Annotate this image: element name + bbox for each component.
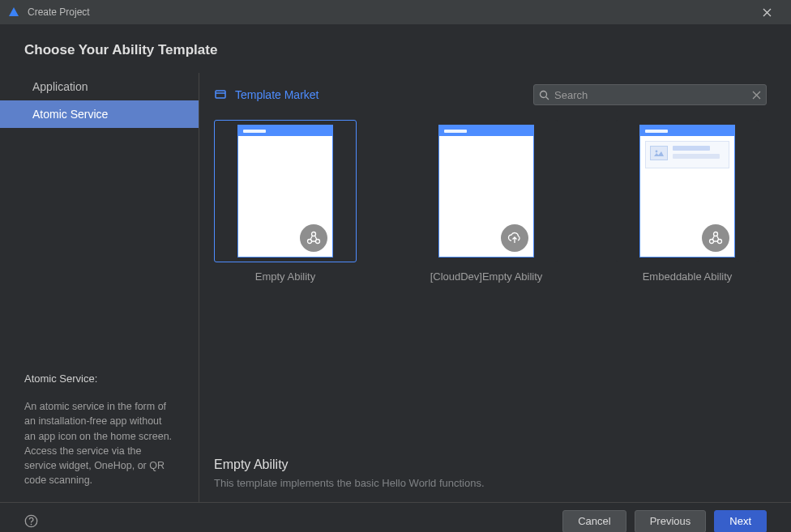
search-icon [539,90,549,100]
sidebar-item-application[interactable]: Application [0,73,199,100]
template-market-label: Template Market [235,88,319,101]
selected-template-description: This template implements the basic Hello… [214,477,767,489]
close-icon[interactable] [750,0,783,24]
search-input-wrapper[interactable] [533,84,767,105]
svg-point-10 [31,524,32,526]
svg-point-2 [312,232,316,236]
footer: Cancel Previous Next [0,502,791,532]
sidebar-item-label: Atomic Service [32,108,108,121]
svg-point-6 [714,232,718,236]
cloud-upload-icon [501,224,528,252]
sidebar-item-label: Application [32,80,88,93]
svg-point-4 [316,240,320,244]
content-area: Template Market [199,73,791,502]
sidebar-info-body: An atomic service in the form of an inst… [24,399,174,487]
next-button[interactable]: Next [714,510,767,533]
template-card-embeddable-ability[interactable]: Embeddable Ability [616,120,759,283]
selected-template-info: Empty Ability This template implements t… [214,458,767,502]
help-icon[interactable] [24,514,38,528]
sidebar: Application Atomic Service Atomic Servic… [0,73,199,502]
template-card-clouddev-empty-ability[interactable]: [CloudDev]Empty Ability [415,120,558,283]
svg-point-7 [710,240,714,244]
search-input[interactable] [549,89,752,101]
template-label: Empty Ability [255,270,315,283]
nodes-icon [300,224,327,252]
cancel-button[interactable]: Cancel [562,510,626,533]
window-title: Create Project [28,6,750,18]
clear-search-icon[interactable] [752,91,761,100]
template-label: [CloudDev]Empty Ability [430,270,543,283]
templates-row: Empty Ability [CloudDev]Empty Ability [214,120,767,283]
page-title: Choose Your Ability Template [0,24,791,73]
svg-point-5 [656,150,658,152]
app-logo-icon [8,6,19,18]
nodes-icon [702,224,729,252]
svg-point-8 [718,240,722,244]
selected-template-title: Empty Ability [214,458,767,472]
svg-point-3 [308,240,312,244]
sidebar-info: Atomic Service: An atomic service in the… [0,372,199,502]
template-card-empty-ability[interactable]: Empty Ability [214,120,357,283]
sidebar-info-title: Atomic Service: [24,372,174,385]
previous-button[interactable]: Previous [635,510,707,533]
svg-point-1 [541,91,547,97]
svg-rect-0 [216,91,225,98]
template-label: Embeddable Ability [643,270,733,283]
embed-preview [645,141,729,168]
template-market-link[interactable]: Template Market [214,88,319,101]
svg-point-9 [25,515,36,526]
titlebar: Create Project [0,0,791,24]
image-placeholder-icon [650,146,668,160]
market-icon [214,88,227,101]
sidebar-item-atomic-service[interactable]: Atomic Service [0,100,199,128]
